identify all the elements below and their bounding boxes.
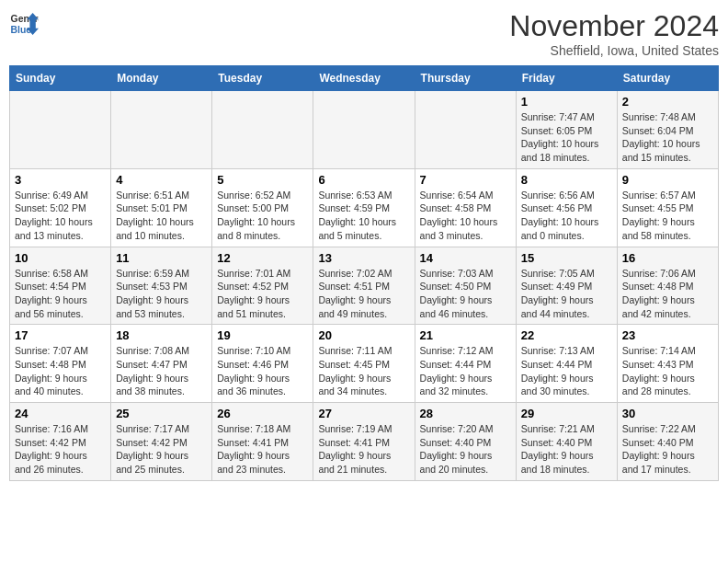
calendar-cell: 17Sunrise: 7:07 AM Sunset: 4:48 PM Dayli… [10, 325, 111, 403]
day-number: 11 [116, 251, 207, 265]
header-friday: Friday [516, 66, 617, 91]
day-info: Sunrise: 7:12 AM Sunset: 4:44 PM Dayligh… [420, 344, 511, 398]
day-info: Sunrise: 7:18 AM Sunset: 4:41 PM Dayligh… [217, 422, 308, 477]
day-number: 1 [521, 95, 612, 109]
day-info: Sunrise: 7:20 AM Sunset: 4:40 PM Dayligh… [420, 422, 511, 477]
day-number: 24 [15, 407, 106, 420]
day-number: 2 [622, 95, 713, 109]
calendar-cell: 22Sunrise: 7:13 AM Sunset: 4:44 PM Dayli… [516, 325, 617, 403]
day-info: Sunrise: 7:22 AM Sunset: 4:40 PM Dayligh… [622, 422, 713, 477]
calendar-cell: 5Sunrise: 6:52 AM Sunset: 5:00 PM Daylig… [212, 168, 313, 247]
day-info: Sunrise: 6:54 AM Sunset: 4:58 PM Dayligh… [420, 189, 511, 243]
day-info: Sunrise: 7:05 AM Sunset: 4:49 PM Dayligh… [521, 267, 612, 321]
calendar-cell: 12Sunrise: 7:01 AM Sunset: 4:52 PM Dayli… [212, 247, 313, 325]
calendar-cell: 23Sunrise: 7:14 AM Sunset: 4:43 PM Dayli… [617, 325, 718, 403]
day-number: 26 [217, 407, 308, 420]
calendar-cell: 7Sunrise: 6:54 AM Sunset: 4:58 PM Daylig… [415, 168, 516, 247]
day-number: 20 [318, 328, 409, 342]
day-info: Sunrise: 6:51 AM Sunset: 5:01 PM Dayligh… [116, 189, 207, 243]
day-number: 10 [15, 251, 106, 265]
day-number: 30 [622, 407, 713, 420]
day-info: Sunrise: 7:02 AM Sunset: 4:51 PM Dayligh… [318, 267, 409, 321]
day-number: 14 [420, 251, 511, 265]
calendar-cell: 8Sunrise: 6:56 AM Sunset: 4:56 PM Daylig… [516, 168, 617, 247]
day-info: Sunrise: 6:53 AM Sunset: 4:59 PM Dayligh… [318, 189, 409, 243]
day-number: 6 [318, 173, 409, 187]
day-number: 23 [622, 328, 713, 342]
header-sunday: Sunday [10, 66, 111, 91]
day-info: Sunrise: 7:13 AM Sunset: 4:44 PM Dayligh… [521, 344, 612, 398]
day-info: Sunrise: 7:11 AM Sunset: 4:45 PM Dayligh… [318, 344, 409, 398]
day-info: Sunrise: 7:48 AM Sunset: 6:04 PM Dayligh… [622, 110, 713, 165]
calendar-cell: 24Sunrise: 7:16 AM Sunset: 4:42 PM Dayli… [10, 403, 111, 481]
day-number: 5 [217, 173, 308, 187]
day-number: 19 [217, 328, 308, 342]
day-number: 25 [116, 407, 207, 420]
calendar-body: 1Sunrise: 7:47 AM Sunset: 6:05 PM Daylig… [10, 91, 719, 481]
calendar-cell: 18Sunrise: 7:08 AM Sunset: 4:47 PM Dayli… [111, 325, 212, 403]
calendar-cell: 20Sunrise: 7:11 AM Sunset: 4:45 PM Dayli… [313, 325, 415, 403]
calendar-cell: 6Sunrise: 6:53 AM Sunset: 4:59 PM Daylig… [313, 168, 415, 247]
calendar-cell: 21Sunrise: 7:12 AM Sunset: 4:44 PM Dayli… [415, 325, 516, 403]
calendar-table: Sunday Monday Tuesday Wednesday Thursday… [9, 65, 719, 481]
calendar-cell: 14Sunrise: 7:03 AM Sunset: 4:50 PM Dayli… [415, 247, 516, 325]
day-number: 22 [521, 328, 612, 342]
calendar-cell: 4Sunrise: 6:51 AM Sunset: 5:01 PM Daylig… [111, 168, 212, 247]
day-number: 9 [622, 173, 713, 187]
day-number: 28 [420, 407, 511, 420]
day-info: Sunrise: 7:19 AM Sunset: 4:41 PM Dayligh… [318, 422, 409, 477]
day-info: Sunrise: 7:06 AM Sunset: 4:48 PM Dayligh… [622, 267, 713, 321]
calendar-cell: 29Sunrise: 7:21 AM Sunset: 4:40 PM Dayli… [516, 403, 617, 481]
header-wednesday: Wednesday [313, 66, 415, 91]
day-info: Sunrise: 7:08 AM Sunset: 4:47 PM Dayligh… [116, 344, 207, 398]
calendar-cell: 30Sunrise: 7:22 AM Sunset: 4:40 PM Dayli… [617, 403, 718, 481]
calendar-cell: 15Sunrise: 7:05 AM Sunset: 4:49 PM Dayli… [516, 247, 617, 325]
calendar-cell: 10Sunrise: 6:58 AM Sunset: 4:54 PM Dayli… [10, 247, 111, 325]
day-number: 4 [116, 173, 207, 187]
day-number: 17 [15, 328, 106, 342]
day-number: 13 [318, 251, 409, 265]
day-number: 8 [521, 173, 612, 187]
day-number: 15 [521, 251, 612, 265]
day-info: Sunrise: 7:16 AM Sunset: 4:42 PM Dayligh… [15, 422, 106, 477]
calendar-cell: 1Sunrise: 7:47 AM Sunset: 6:05 PM Daylig… [516, 91, 617, 169]
calendar-cell: 3Sunrise: 6:49 AM Sunset: 5:02 PM Daylig… [10, 168, 111, 247]
day-info: Sunrise: 7:03 AM Sunset: 4:50 PM Dayligh… [420, 267, 511, 321]
calendar-header: Sunday Monday Tuesday Wednesday Thursday… [10, 66, 719, 91]
header-monday: Monday [111, 66, 212, 91]
header-saturday: Saturday [617, 66, 718, 91]
day-info: Sunrise: 7:14 AM Sunset: 4:43 PM Dayligh… [622, 344, 713, 398]
day-info: Sunrise: 7:17 AM Sunset: 4:42 PM Dayligh… [116, 422, 207, 477]
day-number: 18 [116, 328, 207, 342]
day-number: 29 [521, 407, 612, 420]
calendar-cell: 9Sunrise: 6:57 AM Sunset: 4:55 PM Daylig… [617, 168, 718, 247]
day-info: Sunrise: 6:52 AM Sunset: 5:00 PM Dayligh… [217, 189, 308, 243]
title-area: November 2024 Sheffield, Iowa, United St… [509, 9, 719, 58]
calendar-cell: 26Sunrise: 7:18 AM Sunset: 4:41 PM Dayli… [212, 403, 313, 481]
calendar-cell [111, 91, 212, 169]
day-info: Sunrise: 7:10 AM Sunset: 4:46 PM Dayligh… [217, 344, 308, 398]
calendar-cell: 28Sunrise: 7:20 AM Sunset: 4:40 PM Dayli… [415, 403, 516, 481]
page-header: General Blue November 2024 Sheffield, Io… [9, 9, 719, 58]
day-info: Sunrise: 6:58 AM Sunset: 4:54 PM Dayligh… [15, 267, 106, 321]
location-subtitle: Sheffield, Iowa, United States [509, 43, 719, 58]
calendar-cell: 11Sunrise: 6:59 AM Sunset: 4:53 PM Dayli… [111, 247, 212, 325]
calendar-cell: 2Sunrise: 7:48 AM Sunset: 6:04 PM Daylig… [617, 91, 718, 169]
header-thursday: Thursday [415, 66, 516, 91]
day-number: 3 [15, 173, 106, 187]
day-info: Sunrise: 7:21 AM Sunset: 4:40 PM Dayligh… [521, 422, 612, 477]
day-number: 7 [420, 173, 511, 187]
day-info: Sunrise: 6:57 AM Sunset: 4:55 PM Dayligh… [622, 189, 713, 243]
header-tuesday: Tuesday [212, 66, 313, 91]
day-info: Sunrise: 7:47 AM Sunset: 6:05 PM Dayligh… [521, 110, 612, 165]
day-number: 27 [318, 407, 409, 420]
logo: General Blue [9, 9, 39, 39]
day-number: 21 [420, 328, 511, 342]
day-info: Sunrise: 6:56 AM Sunset: 4:56 PM Dayligh… [521, 189, 612, 243]
day-info: Sunrise: 6:59 AM Sunset: 4:53 PM Dayligh… [116, 267, 207, 321]
day-info: Sunrise: 7:07 AM Sunset: 4:48 PM Dayligh… [15, 344, 106, 398]
day-number: 12 [217, 251, 308, 265]
calendar-cell [415, 91, 516, 169]
calendar-cell [10, 91, 111, 169]
day-info: Sunrise: 6:49 AM Sunset: 5:02 PM Dayligh… [15, 189, 106, 243]
